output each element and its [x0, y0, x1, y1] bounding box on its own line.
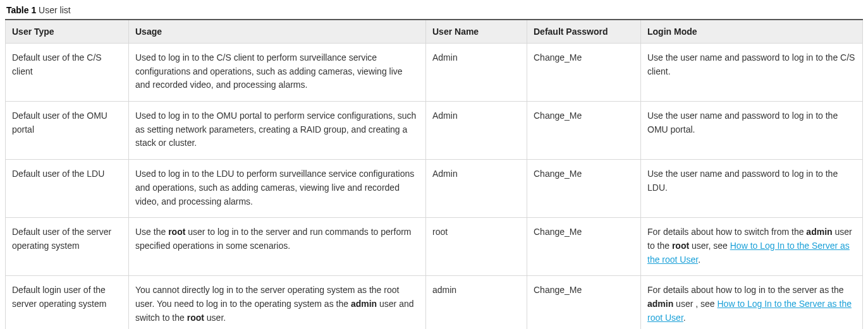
table-row: Default user of the LDU Used to log in t… — [6, 160, 863, 218]
cell-user-name: root — [426, 218, 527, 276]
cell-login-mode: Use the user name and password to log in… — [641, 44, 863, 102]
table-row: Default user of the OMU portal Used to l… — [6, 102, 863, 160]
cell-user-type: Default login user of the server operati… — [6, 276, 129, 329]
table-header-row: User Type Usage User Name Default Passwo… — [6, 20, 863, 44]
text: . — [683, 313, 686, 323]
table-row: Default user of the C/S client Used to l… — [6, 44, 863, 102]
cell-password: Change_Me — [527, 160, 641, 218]
text: user. — [204, 313, 226, 323]
cell-usage: You cannot directly log in to the server… — [129, 276, 426, 329]
cell-login-mode: Use the user name and password to log in… — [641, 160, 863, 218]
bold-text: admin — [351, 299, 377, 309]
text: user , see — [673, 299, 717, 309]
cell-user-name: Admin — [426, 102, 527, 160]
cell-usage: Used to log in to the OMU portal to perf… — [129, 102, 426, 160]
cell-password: Change_Me — [527, 218, 641, 276]
col-user-name: User Name — [426, 20, 527, 44]
table-row: Default user of the server operating sys… — [6, 218, 863, 276]
text: Use the — [135, 227, 168, 237]
text: For details about how to log in to the s… — [647, 285, 844, 295]
bold-text: root — [187, 313, 204, 323]
bold-text: root — [168, 227, 185, 237]
bold-text: admin — [647, 299, 673, 309]
cell-user-type: Default user of the C/S client — [6, 44, 129, 102]
cell-password: Change_Me — [527, 44, 641, 102]
table-caption: Table 1 User list — [6, 5, 863, 15]
col-usage: Usage — [129, 20, 426, 44]
col-user-type: User Type — [6, 20, 129, 44]
col-login-mode: Login Mode — [641, 20, 863, 44]
caption-text: User list — [39, 5, 71, 15]
caption-prefix: Table 1 — [6, 5, 36, 15]
text: . — [698, 254, 700, 265]
cell-login-mode: Use the user name and password to log in… — [641, 102, 863, 160]
bold-text: root — [672, 241, 689, 251]
cell-usage: Used to log in to the LDU to perform sur… — [129, 160, 426, 218]
cell-usage: Used to log in to the C/S client to perf… — [129, 44, 426, 102]
cell-password: Change_Me — [527, 102, 641, 160]
cell-user-name: Admin — [426, 44, 527, 102]
cell-user-type: Default user of the server operating sys… — [6, 218, 129, 276]
cell-user-type: Default user of the LDU — [6, 160, 129, 218]
cell-user-name: Admin — [426, 160, 527, 218]
cell-password: Change_Me — [527, 276, 641, 329]
cell-user-name: admin — [426, 276, 527, 329]
user-list-table: User Type Usage User Name Default Passwo… — [5, 19, 863, 329]
cell-login-mode: For details about how to switch from the… — [641, 218, 863, 276]
table-row: Default login user of the server operati… — [6, 276, 863, 329]
cell-user-type: Default user of the OMU portal — [6, 102, 129, 160]
text: For details about how to switch from the — [647, 227, 806, 237]
col-default-password: Default Password — [527, 20, 641, 44]
text: user, see — [689, 241, 730, 251]
bold-text: admin — [806, 227, 832, 237]
cell-login-mode: For details about how to log in to the s… — [641, 276, 863, 329]
cell-usage: Use the root user to log in to the serve… — [129, 218, 426, 276]
